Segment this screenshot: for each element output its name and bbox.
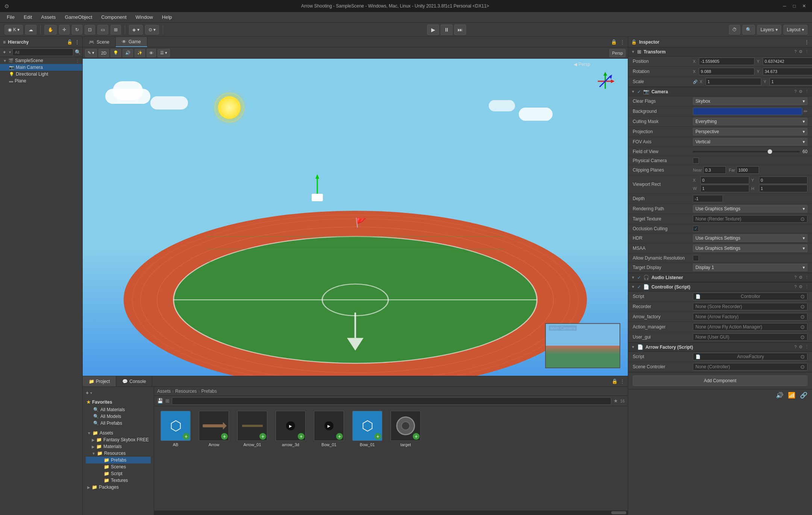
rotation-y-input[interactable] [763, 68, 812, 75]
scene-controler-field[interactable]: None (Controller) ⊙ [693, 363, 807, 371]
fov-slider-thumb[interactable] [768, 149, 772, 154]
scale-x-input[interactable] [706, 78, 761, 85]
action-manager-dot[interactable]: ⊙ [800, 324, 805, 330]
step-button[interactable]: ⏭ [454, 24, 466, 35]
pivot-tool[interactable]: ◈ ▾ [129, 25, 142, 35]
hierarchy-search-btn[interactable]: 🔍 [75, 49, 81, 55]
asset-add-btn-arrow3d[interactable]: + [298, 433, 304, 440]
controller-more-icon[interactable]: ⋮ [805, 284, 809, 289]
physical-camera-checkbox[interactable] [693, 158, 699, 164]
hierarchy-plane[interactable]: ▬ Plane [0, 77, 82, 84]
target-display-dropdown[interactable]: Display 1 ▾ [693, 264, 807, 271]
target-texture-field[interactable]: None (Render Texture) ⊙ [693, 215, 807, 223]
scene-visibility-btn[interactable]: 👁 [147, 49, 156, 57]
arrow-factory-header[interactable]: ▼ 📄 Arrow Factory (Script) ? ⚙ ⋮ [628, 343, 812, 352]
rendering-path-dropdown[interactable]: Use Graphics Settings ▾ [693, 205, 807, 213]
viewport-x-input[interactable] [700, 176, 749, 184]
fov-axis-dropdown[interactable]: Vertical ▾ [693, 138, 807, 146]
projection-dropdown[interactable]: Perspective ▾ [693, 128, 807, 135]
assets-root[interactable]: ▼ 📁 Assets [86, 430, 151, 436]
camera-settings-icon[interactable]: ⚙ [799, 89, 803, 94]
user-gui-field[interactable]: None (User GUI) ⊙ [693, 333, 807, 341]
asset-arrow01[interactable]: + Arrow_01 [235, 411, 269, 447]
user-gui-dot[interactable]: ⊙ [800, 334, 805, 340]
draw-mode-btn[interactable]: ✎ ▾ [85, 49, 97, 57]
scene-more-icon[interactable]: ⋮ [76, 59, 79, 63]
persp-btn[interactable]: Persp [609, 49, 626, 57]
2d-mode-btn[interactable]: 2D [98, 49, 109, 57]
viewport-h-input[interactable] [759, 185, 808, 192]
asset-play-icon-arrow3d[interactable]: ▶ [286, 421, 295, 430]
camera-help-icon[interactable]: ? [794, 89, 797, 94]
af-more-icon[interactable]: ⋮ [805, 345, 809, 349]
scene-more-icon[interactable]: ⋮ [620, 39, 625, 45]
account-button[interactable]: ◉ K ▾ [5, 25, 23, 35]
far-input[interactable] [736, 166, 759, 174]
assets-search-input[interactable] [172, 397, 611, 405]
scene-lock-icon[interactable]: 🔒 [611, 39, 617, 45]
audio-enable-check[interactable]: ✓ [637, 275, 641, 280]
asset-bow01-2[interactable]: ⬡ + Bow_01 [350, 411, 384, 447]
breadcrumb-prefabs[interactable]: Prefabs [201, 389, 217, 394]
depth-input[interactable] [693, 195, 723, 202]
search-button[interactable]: 🔍 [742, 25, 755, 35]
camera-more-icon[interactable]: ⋮ [805, 89, 809, 94]
layout-dropdown[interactable]: Layout ▾ [783, 25, 807, 35]
assets-save-icon[interactable]: 💾 [157, 398, 163, 404]
camera-header[interactable]: ▼ ✓ 📷 Camera ? ⚙ ⋮ [628, 87, 812, 96]
af-script-dot[interactable]: ⊙ [800, 354, 805, 360]
recorder-dot[interactable]: ⊙ [800, 304, 805, 310]
asset-arrow[interactable]: + Arrow [197, 411, 231, 447]
lighting-btn[interactable]: 💡 [111, 49, 121, 57]
rect-tool[interactable]: ▭ [97, 25, 108, 35]
audio-btn[interactable]: 🔊 [123, 49, 133, 57]
asset-play-icon-bow01-1[interactable]: ▶ [324, 421, 333, 430]
menu-gameobject[interactable]: GameObject [61, 14, 96, 21]
menu-component[interactable]: Component [97, 14, 130, 21]
position-x-input[interactable] [699, 58, 754, 65]
assets-star-icon[interactable]: ★ [614, 398, 618, 404]
fav-all-materials[interactable]: 🔍 All Materials [86, 406, 151, 413]
add-component-button[interactable]: Add Component [633, 375, 807, 386]
assets-script[interactable]: 📁 Script [86, 470, 151, 477]
asset-add-btn-ab[interactable]: + [183, 433, 189, 440]
controller-settings-icon[interactable]: ⚙ [799, 284, 803, 289]
tab-game[interactable]: 👁 Game [116, 37, 147, 47]
near-input[interactable] [703, 166, 726, 174]
hierarchy-main-camera[interactable]: 📷 Main Camera [0, 64, 82, 71]
culling-mask-dropdown[interactable]: Everything ▾ [693, 118, 807, 125]
hierarchy-dropdown-arrow[interactable]: ▾ [9, 50, 11, 54]
asset-add-btn-target[interactable]: + [413, 433, 420, 440]
assets-scrollbar[interactable] [154, 510, 628, 515]
transform-help-icon[interactable]: ? [794, 49, 797, 54]
play-button[interactable]: ▶ [427, 24, 439, 35]
layers-dropdown[interactable]: Layers ▾ [757, 25, 781, 35]
asset-add-btn-arrow[interactable]: + [221, 433, 228, 440]
menu-window[interactable]: Window [132, 14, 157, 21]
menu-assets[interactable]: Assets [37, 14, 59, 21]
msaa-dropdown[interactable]: Use Graphics Settings ▾ [693, 245, 807, 252]
clear-flags-dropdown[interactable]: Skybox ▾ [693, 97, 807, 105]
hierarchy-directional-light[interactable]: 💡 Directional Light [0, 71, 82, 77]
transform-header[interactable]: ▼ ⊞ Transform ? ⚙ ⋮ [628, 47, 812, 56]
assets-options-icon[interactable]: ⊞ [165, 398, 170, 404]
assets-resources[interactable]: ▼ 📁 Resources [86, 450, 151, 457]
asset-add-btn-bow01-2[interactable]: + [374, 433, 381, 440]
asset-add-btn-arrow01[interactable]: + [259, 433, 266, 440]
hierarchy-search[interactable] [12, 49, 73, 56]
fov-slider[interactable] [693, 151, 800, 152]
background-color-swatch[interactable] [693, 108, 802, 115]
tab-console[interactable]: 💬 Console [116, 376, 152, 386]
background-eyedropper-icon[interactable]: ✏ [804, 109, 807, 114]
hand-tool[interactable]: ✋ [44, 25, 57, 35]
bottom-more-icon[interactable]: ⋮ [620, 378, 625, 384]
scene-view[interactable]: 🚩 Main Camera [83, 59, 628, 376]
cloud-button[interactable]: ☁ [25, 25, 36, 35]
scale-lock-icon[interactable]: 🔗 [693, 80, 697, 84]
recorder-field[interactable]: None (Score Recorder) ⊙ [693, 303, 807, 310]
asset-arrow3d[interactable]: ▶ + arrow_3d [274, 411, 308, 447]
pause-button[interactable]: ⏸ [441, 24, 453, 35]
hierarchy-scene[interactable]: ▼ 🎬 SampleScene ⋮ [0, 57, 82, 64]
af-script-field[interactable]: 📄 ArrowFactory ⊙ [693, 353, 807, 360]
add-asset-dropdown[interactable]: ▾ [90, 391, 92, 395]
